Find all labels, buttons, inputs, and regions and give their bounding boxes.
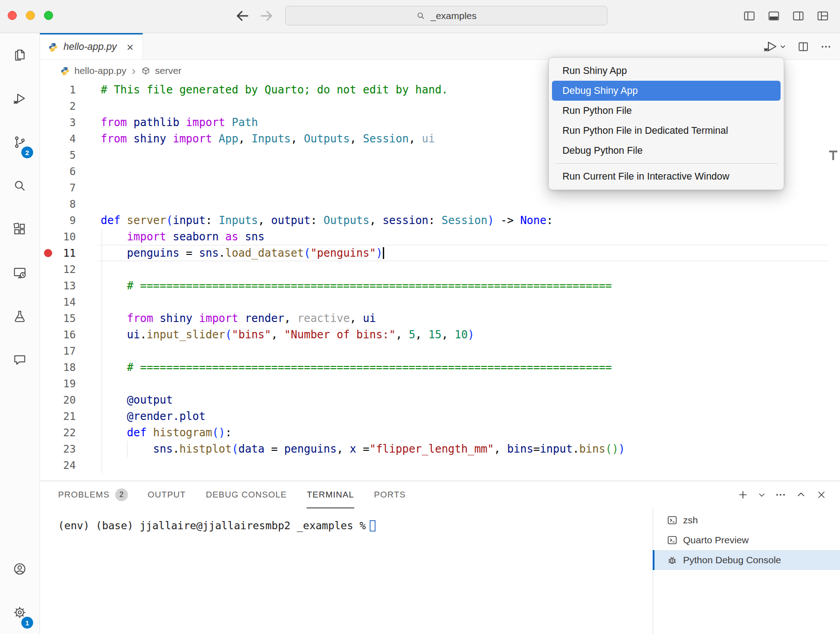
split-editor-button[interactable] bbox=[797, 41, 809, 53]
line-number[interactable]: 16 bbox=[40, 327, 82, 343]
line-number[interactable]: 21 bbox=[40, 408, 82, 424]
line-number[interactable]: 19 bbox=[40, 376, 82, 392]
code-text[interactable]: @output bbox=[101, 392, 173, 408]
code-text[interactable]: from shiny import App, Inputs, Outputs, … bbox=[101, 131, 435, 147]
code-text[interactable]: from shiny import render, reactive, ui bbox=[101, 310, 376, 327]
titlebar: _examples bbox=[0, 0, 840, 33]
line-number[interactable]: 3 bbox=[40, 114, 82, 131]
run-python-file-button[interactable] bbox=[763, 40, 786, 53]
menu-separator bbox=[555, 163, 777, 164]
code-text[interactable]: from pathlib import Path bbox=[101, 114, 258, 131]
line-number[interactable]: 9 bbox=[40, 212, 82, 229]
menu-item-debug-shiny-app[interactable]: Debug Shiny App bbox=[552, 81, 781, 101]
activity-bar-item-account[interactable] bbox=[0, 547, 39, 590]
code-text[interactable]: # ======================================… bbox=[101, 359, 612, 376]
testing-icon bbox=[13, 309, 27, 323]
close-panel-button[interactable] bbox=[816, 489, 827, 501]
code-text[interactable]: def server(input: Inputs, output: Output… bbox=[101, 212, 553, 229]
activity-bar-item-comments[interactable] bbox=[0, 338, 39, 381]
code-text[interactable]: ui.input_slider("bins", "Number of bins:… bbox=[101, 327, 474, 343]
menu-item-run-current-file-in-interactive-window[interactable]: Run Current File in Interactive Window bbox=[552, 166, 781, 186]
bug-icon bbox=[667, 555, 678, 566]
activity-bar-item-remote-explorer[interactable] bbox=[0, 251, 39, 294]
code-text[interactable]: penguins = sns.load_dataset("penguins") bbox=[101, 245, 384, 261]
code-line-9: 9def server(input: Inputs, output: Outpu… bbox=[40, 212, 840, 229]
run-and-debug-icon bbox=[13, 92, 27, 106]
code-line-24: 24 bbox=[40, 457, 840, 473]
minimize-window-button[interactable] bbox=[26, 11, 35, 20]
activity-bar-item-source-control[interactable]: 2 bbox=[0, 120, 39, 164]
panel-tab-debug-console[interactable]: DEBUG CONSOLE bbox=[196, 481, 297, 508]
panel-tab-terminal[interactable]: TERMINAL bbox=[297, 481, 364, 508]
line-number[interactable]: 14 bbox=[40, 294, 82, 310]
activity-bar-item-explorer[interactable] bbox=[0, 33, 39, 77]
line-number[interactable]: 15 bbox=[40, 310, 82, 327]
new-terminal-button[interactable] bbox=[737, 489, 749, 501]
terminal-list-item-zsh[interactable]: zsh bbox=[653, 510, 840, 530]
panel-tab-ports[interactable]: PORTS bbox=[364, 481, 416, 508]
panel-tab-problems[interactable]: PROBLEMS2 bbox=[58, 481, 138, 508]
panel-more-actions-button[interactable] bbox=[775, 489, 786, 501]
line-number[interactable]: 4 bbox=[40, 131, 82, 147]
line-number[interactable]: 10 bbox=[40, 229, 82, 245]
close-window-button[interactable] bbox=[8, 11, 17, 20]
line-number[interactable]: 11 bbox=[40, 245, 82, 261]
more-actions-button[interactable] bbox=[820, 41, 832, 53]
terminal-list-label: zsh bbox=[683, 515, 698, 526]
close-tab-icon[interactable]: × bbox=[127, 41, 133, 53]
toggle-panel-icon[interactable] bbox=[767, 10, 780, 22]
code-line-14: 14 bbox=[40, 294, 840, 310]
activity-bar-item-settings-gear[interactable]: 1 bbox=[0, 590, 39, 634]
panel-tab-output[interactable]: OUTPUT bbox=[138, 481, 196, 508]
line-number[interactable]: 18 bbox=[40, 359, 82, 376]
back-button[interactable] bbox=[234, 7, 251, 24]
breadcrumb-symbol[interactable]: server bbox=[155, 65, 181, 76]
code-text[interactable]: import seaborn as sns bbox=[101, 229, 264, 245]
toggle-secondary-sidebar-icon[interactable] bbox=[792, 10, 805, 22]
line-number[interactable]: 22 bbox=[40, 424, 82, 441]
line-number[interactable]: 6 bbox=[40, 163, 82, 180]
line-number[interactable]: 12 bbox=[40, 261, 82, 278]
terminal-icon bbox=[667, 515, 678, 526]
activity-bar-item-run-and-debug[interactable] bbox=[0, 77, 39, 120]
activity-bar-item-extensions[interactable] bbox=[0, 207, 39, 251]
maximize-panel-button[interactable] bbox=[795, 489, 807, 501]
line-number[interactable]: 7 bbox=[40, 180, 82, 196]
code-text[interactable]: sns.histplot(data = penguins, x ="flippe… bbox=[101, 441, 625, 457]
line-number[interactable]: 20 bbox=[40, 392, 82, 408]
line-number[interactable]: 17 bbox=[40, 343, 82, 359]
breadcrumb-file[interactable]: hello-app.py bbox=[74, 65, 126, 76]
line-number[interactable]: 13 bbox=[40, 278, 82, 294]
activity-bar-item-search[interactable] bbox=[0, 164, 39, 207]
menu-item-debug-python-file[interactable]: Debug Python File bbox=[552, 141, 781, 161]
line-number[interactable]: 5 bbox=[40, 147, 82, 163]
line-number[interactable]: 8 bbox=[40, 196, 82, 212]
code-text[interactable]: def histogram(): bbox=[101, 424, 232, 441]
code-text[interactable]: # ======================================… bbox=[101, 278, 612, 294]
terminal-list-item-python-debug-console[interactable]: Python Debug Console bbox=[653, 550, 840, 570]
menu-item-run-shiny-app[interactable]: Run Shiny App bbox=[552, 61, 781, 81]
tab-hello-app-py[interactable]: hello-app.py × bbox=[40, 33, 143, 59]
search-label: _examples bbox=[430, 10, 477, 21]
menu-item-run-python-file-in-dedicated-terminal[interactable]: Run Python File in Dedicated Terminal bbox=[552, 121, 781, 141]
menu-item-run-python-file[interactable]: Run Python File bbox=[552, 101, 781, 121]
breakpoint-dot[interactable] bbox=[44, 249, 52, 257]
code-text[interactable]: # This file generated by Quarto; do not … bbox=[101, 82, 448, 98]
toggle-primary-sidebar-icon[interactable] bbox=[743, 10, 756, 22]
line-number[interactable]: 23 bbox=[40, 441, 82, 457]
terminal-list-item-quarto-preview[interactable]: Quarto Preview bbox=[653, 530, 840, 550]
back-arrow-icon bbox=[234, 7, 251, 24]
symbol-icon bbox=[141, 66, 151, 76]
customize-layout-icon[interactable] bbox=[816, 10, 829, 22]
search-box[interactable]: _examples bbox=[285, 6, 607, 25]
launch-profile-chevron-icon[interactable] bbox=[757, 491, 766, 499]
activity-bar-item-testing[interactable] bbox=[0, 294, 39, 338]
line-number[interactable]: 1 bbox=[40, 82, 82, 98]
code-text[interactable]: @render.plot bbox=[101, 408, 205, 424]
forward-button[interactable] bbox=[258, 7, 275, 24]
code-line-15: 15 from shiny import render, reactive, u… bbox=[40, 310, 840, 327]
line-number[interactable]: 24 bbox=[40, 457, 82, 473]
zoom-window-button[interactable] bbox=[44, 11, 53, 20]
terminal-output[interactable]: (env) (base) jjallaire@jjallairesmbp2 _e… bbox=[40, 508, 653, 634]
line-number[interactable]: 2 bbox=[40, 98, 82, 114]
